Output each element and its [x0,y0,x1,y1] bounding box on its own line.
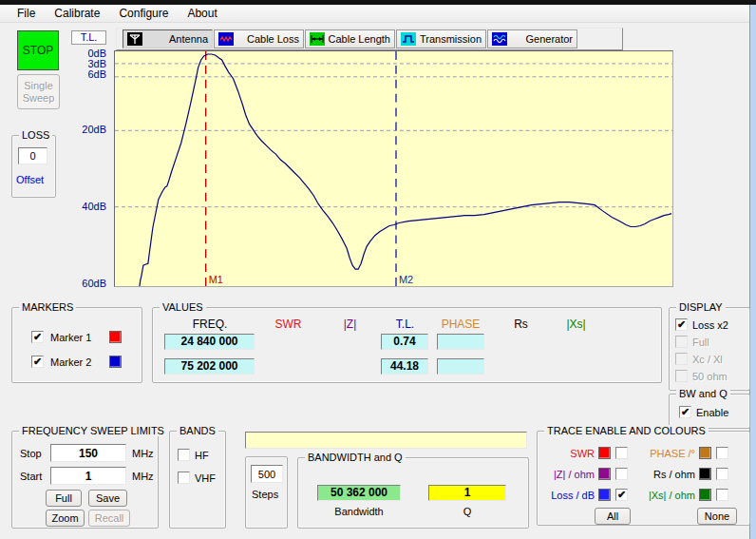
tl-column-header: T.L. [384,318,426,331]
cable-loss-mode-label: Cable Loss [234,33,299,45]
marker2-phase-value [437,358,484,375]
values-group: VALUES FREQ. SWR |Z| T.L. PHASE Rs |Xs| … [152,307,662,383]
trace-none-button[interactable]: None [697,508,737,525]
marker2-checkbox[interactable] [31,356,44,368]
z-trace-checkbox[interactable] [615,468,628,480]
bandwidth-q-group: BANDWIDTH and Q 50 362 000 Bandwidth 1 Q [297,457,529,529]
z-colour-swatch[interactable] [598,468,611,480]
generator-mode-button[interactable]: Generator [487,29,577,48]
transmission-icon [401,32,416,46]
xs-trace-label: |Xs| / ohm [636,490,695,501]
transmission-mode-button[interactable]: Transmission [396,29,486,48]
swr-colour-swatch[interactable] [598,447,611,459]
menu-calibrate[interactable]: Calibrate [45,5,109,22]
menu-about[interactable]: About [178,5,226,22]
single-sweep-button[interactable]: Single Sweep [17,74,60,109]
marker1-checkbox[interactable] [31,331,44,343]
tl-axis-header: T.L. [71,30,106,45]
loss-x2-label: Loss x2 [692,319,728,331]
antenna-mode-button[interactable]: Antenna [123,29,213,48]
loss-trace-chart[interactable]: M1M2 [114,50,673,287]
trace-all-button[interactable]: All [595,508,631,525]
y-label-40db: 40dB [61,201,106,212]
vhf-band-label: VHF [195,472,216,484]
cable-loss-mode-button[interactable]: Cable Loss [214,29,304,48]
xc-xl-checkbox[interactable] [675,353,688,365]
xs-trace-checkbox[interactable] [716,489,728,501]
full-checkbox[interactable] [675,336,688,348]
loss-x2-checkbox[interactable] [675,318,688,331]
stop-button[interactable]: STOP [17,30,59,70]
bands-group-title: BANDS [177,425,218,436]
trace-colours-group: TRACE ENABLE AND COLOURS SWR PHASE /° |Z… [537,431,750,526]
phase-colour-swatch[interactable] [699,447,711,459]
sweep-zoom-button[interactable]: Zoom [46,510,85,527]
menu-file[interactable]: File [8,5,45,22]
marker2-color-swatch[interactable] [109,356,122,368]
swr-column-header: SWR [267,318,310,331]
steps-input[interactable] [251,465,283,483]
window-right-border [749,5,756,539]
marker1-color-swatch[interactable] [109,331,122,343]
swr-trace-checkbox[interactable] [615,447,628,459]
rs-trace-checkbox[interactable] [716,468,728,480]
bandwidth-value: 50 362 000 [317,485,401,501]
loss-group: LOSS Offset [11,135,56,198]
xs-colour-swatch[interactable] [699,489,711,501]
bwq-enable-label: Enable [696,407,728,418]
marker1-tl-value: 0.74 [381,334,428,350]
marker2-label: Marker 2 [50,356,91,368]
y-label-20db: 20dB [61,124,106,135]
markers-group-title: MARKERS [19,301,76,313]
q-label: Q [428,506,506,517]
rs-colour-swatch[interactable] [699,468,711,480]
full-label: Full [692,337,709,348]
y-label-60db: 60dB [61,278,106,289]
display-group: DISPLAY Loss x2 Full Xc / Xl 50 ohm [669,307,750,391]
stop-freq-unit: MHz [132,448,154,459]
hf-band-label: HF [195,450,209,461]
loss-group-title: LOSS [19,129,52,141]
cable-length-mode-button[interactable]: Cable Length [305,29,395,48]
q-value: 1 [428,485,506,501]
steps-group: Steps [245,456,288,529]
hf-band-checkbox[interactable] [178,449,190,461]
vhf-band-checkbox[interactable] [178,472,190,484]
stop-freq-label: Stop [20,448,42,459]
sweep-save-button[interactable]: Save [88,490,127,507]
z-column-header: |Z| [329,318,371,331]
z-trace-label: |Z| / ohm [539,469,595,480]
steps-label: Steps [252,489,278,500]
phase-trace-checkbox[interactable] [716,447,728,459]
loss-offset-input[interactable] [18,147,47,164]
bw-q-group: BW and Q Enable [669,394,750,429]
loss-trace-checkbox[interactable] [615,489,628,501]
sweep-recall-button[interactable]: Recall [88,510,130,527]
loss-colour-swatch[interactable] [598,489,611,501]
rs-column-header: Rs [500,318,542,331]
rs-trace-label: Rs / ohm [636,469,695,480]
menu-configure[interactable]: Configure [109,5,178,22]
sweep-limits-title: FREQUENCY SWEEP LIMITS [19,425,167,436]
start-freq-unit: MHz [132,471,154,482]
start-freq-input[interactable] [50,467,126,485]
start-freq-label: Start [20,471,42,482]
loss-offset-label: Offset [16,174,44,185]
antenna-mode-label: Antenna [142,33,208,45]
bwq-enable-checkbox[interactable] [679,406,691,418]
loss-trace-label: Loss / dB [539,490,595,501]
menu-bar: File Calibrate Configure About [0,5,749,23]
bands-group: BANDS HF VHF [169,431,226,529]
cable-loss-icon [218,32,234,46]
svg-text:M2: M2 [399,274,413,285]
stop-freq-input[interactable] [50,444,126,462]
xs-column-header: |Xs| [555,318,597,331]
marker2-freq-value: 75 202 000 [164,358,255,375]
chart-canvas: M1M2 [115,51,672,286]
sweep-full-button[interactable]: Full [46,490,82,507]
marker1-freq-value: 24 840 000 [164,334,255,350]
xc-xl-label: Xc / Xl [692,354,723,365]
transmission-mode-label: Transmission [416,33,482,45]
svg-text:M1: M1 [209,274,223,285]
50ohm-checkbox[interactable] [675,370,688,382]
